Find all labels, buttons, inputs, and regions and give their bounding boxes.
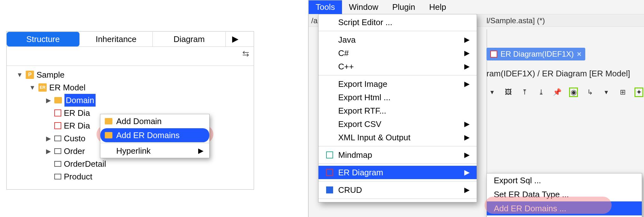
tm-script-label: Script Editor ...: [338, 17, 392, 28]
dropdown-icon[interactable]: ▼: [602, 88, 611, 97]
context-menu: Add Domain Add ER Domains Hyperlink ▶: [100, 114, 210, 158]
tree-root[interactable]: ▼ P Sample: [10, 68, 251, 81]
tm-er-diagram[interactable]: ER Diagram▶: [319, 166, 477, 179]
twisty-closed-icon[interactable]: ▶: [45, 132, 52, 145]
image-tool-icon[interactable]: 🖼: [504, 88, 513, 97]
folder-icon: [105, 118, 112, 124]
tree-entity-orderdetail[interactable]: OrderDetail: [10, 158, 251, 170]
tab-diagram[interactable]: Diagram: [153, 32, 226, 46]
tm-export-rtf-label: Export RTF...: [338, 105, 386, 116]
tm-cpp[interactable]: C++▶: [319, 60, 477, 73]
menu-tools[interactable]: Tools: [309, 0, 342, 14]
ctx-add-er-domains[interactable]: Add ER Domains: [100, 128, 209, 142]
sub-export-sql[interactable]: Export Sql ...: [487, 173, 642, 187]
tm-export-html-label: Export Html ...: [338, 92, 391, 103]
menu-help[interactable]: Help: [422, 0, 453, 14]
er-diagram-icon: [326, 169, 333, 176]
menu-separator: [319, 181, 477, 181]
sparkle-tool-icon[interactable]: ✦: [634, 88, 643, 97]
entity-icon: [54, 161, 61, 167]
tm-mindmap[interactable]: Mindmap▶: [319, 148, 477, 162]
ctx-hyperlink-label: Hyperlink: [116, 145, 151, 157]
tm-script-editor[interactable]: Script Editor ...: [319, 16, 477, 29]
tm-export-html[interactable]: Export Html ...: [319, 91, 477, 104]
tm-er-diagram-label: ER Diagram: [338, 167, 383, 178]
tm-mindmap-label: Mindmap: [338, 149, 372, 161]
menu-window[interactable]: Window: [342, 0, 385, 14]
editor-breadcrumb: ram(IDEF1X) / ER Diagram [ER Model]: [486, 69, 644, 79]
submenu-arrow-icon: ▶: [464, 61, 470, 72]
tree-order-label: Order: [64, 145, 85, 158]
entity-icon: [54, 136, 61, 141]
tree-domain[interactable]: ▶ Domain: [10, 94, 251, 107]
main-window-fragment: Tools Window Plugin Help /a l/Sample.ast…: [308, 0, 644, 217]
tab-inheritance[interactable]: Inheritance: [80, 32, 153, 46]
connector-tool-icon[interactable]: ↳: [586, 88, 594, 97]
submenu-arrow-icon: ▶: [464, 132, 470, 143]
title-left-frag: /a: [311, 16, 318, 25]
submenu-arrow-icon: ▶: [464, 167, 470, 178]
tm-xml-io[interactable]: XML Input & Output▶: [319, 131, 477, 144]
twisty-closed-icon[interactable]: ▶: [45, 94, 52, 107]
tm-export-csv-label: Export CSV: [338, 118, 381, 130]
tree-entity-product[interactable]: Product: [10, 170, 251, 183]
menu-separator: [100, 143, 209, 143]
ctx-add-er-domains-label: Add ER Domains: [116, 130, 179, 141]
structure-tabs: Structure Inheritance Diagram ▶: [7, 32, 254, 47]
editor-area: ER Diagram(IDEF1X) × ram(IDEF1X) / ER Di…: [486, 48, 644, 99]
tree-customer-label: Custo: [64, 132, 85, 145]
dropdown-icon[interactable]: ▼: [488, 88, 496, 97]
menu-separator: [319, 31, 477, 31]
ctx-add-domain-label: Add Domain: [116, 116, 162, 127]
ctx-hyperlink[interactable]: Hyperlink ▶: [100, 144, 209, 158]
center-tool-icon[interactable]: ◉: [569, 88, 578, 97]
tm-export-rtf[interactable]: Export RTF...: [319, 104, 477, 117]
tm-cpp-label: C++: [338, 61, 354, 72]
tm-export-image[interactable]: Export Image▶: [319, 77, 477, 91]
tm-java[interactable]: Java▶: [319, 33, 477, 46]
er-diagram-icon: [54, 109, 61, 116]
submenu-arrow-icon: ▶: [464, 118, 470, 130]
tm-csharp[interactable]: C#▶: [319, 46, 477, 60]
folder-icon: [54, 97, 62, 103]
tree-domain-label: Domain: [64, 94, 96, 107]
twisty-closed-icon[interactable]: ▶: [45, 145, 52, 158]
sync-icon[interactable]: ⇆: [242, 49, 249, 59]
submenu-arrow-icon: ▶: [464, 149, 470, 161]
tm-crud[interactable]: CRUD▶: [319, 183, 477, 197]
entity-icon: [54, 148, 61, 154]
mindmap-icon: [326, 151, 333, 158]
pin-icon[interactable]: 📌: [553, 88, 561, 97]
submenu-arrow-icon: ▶: [464, 47, 470, 59]
twisty-open-icon[interactable]: ▼: [29, 81, 36, 94]
folder-icon: [105, 132, 112, 138]
twisty-open-icon[interactable]: ▼: [16, 68, 23, 81]
tools-menu: Script Editor ... Java▶ C#▶ C++▶ Export …: [318, 14, 477, 202]
layout-tool-icon[interactable]: ⊞: [618, 88, 627, 97]
document-tab-label: ER Diagram(IDEF1X): [500, 50, 574, 59]
tab-structure[interactable]: Structure: [7, 32, 80, 46]
tm-export-csv[interactable]: Export CSV▶: [319, 117, 477, 131]
project-icon: P: [26, 71, 34, 79]
sub-export-entity-report[interactable]: Export Entity Definition Report ...: [487, 215, 642, 217]
close-tab-icon[interactable]: ×: [577, 50, 581, 59]
tree-er-model[interactable]: ▼ ER ER Model: [10, 81, 251, 94]
menu-separator: [319, 199, 477, 199]
align-bottom-icon[interactable]: ⤓: [537, 88, 545, 97]
highlight-halo: [485, 197, 612, 214]
tm-crud-label: CRUD: [338, 184, 362, 196]
tree-er-model-label: ER Model: [49, 81, 85, 94]
menu-plugin[interactable]: Plugin: [385, 0, 422, 14]
ctx-add-domain[interactable]: Add Domain: [100, 114, 209, 128]
tree-orderdetail-label: OrderDetail: [64, 158, 106, 170]
align-top-icon[interactable]: ⤒: [520, 88, 529, 97]
menubar: Tools Window Plugin Help: [309, 0, 644, 14]
tm-java-label: Java: [338, 34, 356, 46]
document-tab[interactable]: ER Diagram(IDEF1X) ×: [486, 48, 585, 60]
tm-csharp-label: C#: [338, 47, 349, 59]
submenu-arrow-icon: ▶: [464, 78, 470, 90]
menu-separator: [319, 146, 477, 146]
tree-root-label: Sample: [37, 68, 64, 81]
tabs-overflow-icon[interactable]: ▶: [226, 34, 245, 44]
structure-toolbar: ⇆: [7, 47, 254, 66]
